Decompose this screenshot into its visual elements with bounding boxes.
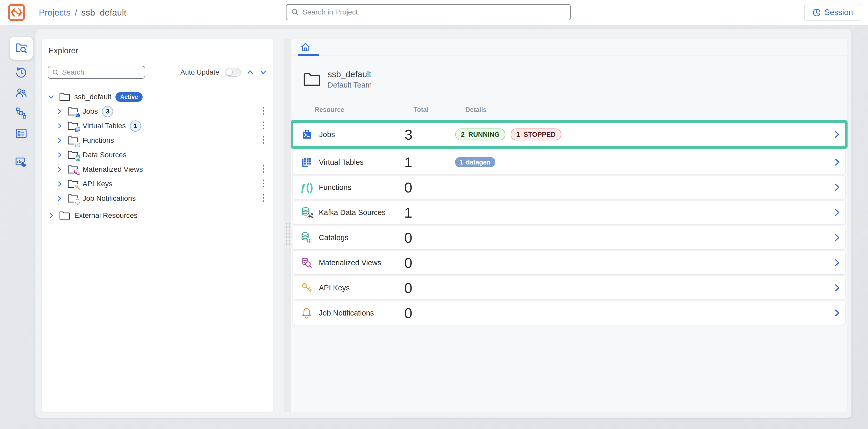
search-icon: [291, 8, 299, 16]
rail-item-forms[interactable]: [10, 123, 33, 144]
tree-item-data-sources[interactable]: Data Sources: [42, 148, 273, 162]
auto-update-toggle[interactable]: [225, 68, 241, 77]
tree-item-ssb-default[interactable]: ssb_defaultActive: [42, 90, 273, 104]
tree-item-external-resources[interactable]: External Resources: [42, 208, 273, 223]
explorer-search-bar[interactable]: [48, 66, 145, 79]
splitter-drag-handle[interactable]: [284, 222, 291, 245]
rail-item-history[interactable]: [10, 63, 33, 83]
resource-label: Jobs: [319, 130, 335, 139]
resource-total: 1: [404, 154, 455, 171]
chevron-down-icon[interactable]: [48, 93, 58, 100]
resource-total: 0: [404, 254, 455, 271]
project-team: Default Team: [328, 81, 372, 89]
chevron-right-icon[interactable]: [833, 208, 841, 217]
forms-icon: [15, 127, 27, 140]
resource-label: API Keys: [319, 284, 350, 292]
running-badge: 2RUNNING: [455, 128, 505, 140]
badge-label: STOPPED: [524, 131, 556, 139]
resource-total: 0: [404, 229, 455, 246]
tree-item-materialized-views[interactable]: Materialized Views: [42, 162, 273, 177]
collapse-all-button[interactable]: [247, 69, 254, 76]
badge-label: RUNNING: [468, 131, 499, 139]
resource-details: 1datagen: [455, 157, 822, 167]
tab-home[interactable]: [294, 39, 317, 55]
tree-item-virtual-tables[interactable]: Virtual Tables1: [42, 119, 273, 133]
resource-row-jobs[interactable]: Jobs32RUNNING1STOPPED: [293, 123, 845, 146]
project-name: ssb_default: [328, 69, 372, 79]
kebab-menu-icon[interactable]: [259, 163, 267, 176]
auto-update-label: Auto Update: [180, 68, 219, 77]
chevron-right-icon[interactable]: [833, 309, 841, 317]
chevron-right-icon[interactable]: [56, 151, 66, 158]
tree-item-api-keys[interactable]: API Keys: [42, 177, 273, 191]
kebab-menu-icon[interactable]: [259, 178, 267, 190]
chevron-right-icon[interactable]: [833, 158, 841, 166]
badge-label: datagen: [466, 159, 491, 166]
resource-total: 1: [404, 204, 455, 221]
resource-label: Functions: [319, 183, 351, 192]
resource-row-api-keys[interactable]: API Keys0: [293, 276, 845, 299]
explorer-search-input[interactable]: [62, 68, 154, 77]
rail-item-explorer[interactable]: [10, 37, 33, 60]
data-sources-folder-icon: [67, 150, 79, 159]
count-badge: 3: [102, 106, 113, 117]
main-panel: ssb_default Default Team Resource Total …: [291, 39, 847, 412]
api-keys-folder-icon: [67, 179, 79, 188]
kebab-menu-icon[interactable]: [259, 105, 267, 118]
resource-row-materialized-views[interactable]: Materialized Views0: [293, 251, 845, 274]
functions-icon: ƒ(): [301, 181, 313, 193]
virtual-tables-folder-icon: [67, 121, 79, 130]
breadcrumb-projects-link[interactable]: Projects: [39, 7, 71, 18]
session-label: Session: [825, 8, 853, 17]
chevron-right-icon[interactable]: [56, 195, 66, 202]
chevron-right-icon[interactable]: [833, 233, 841, 242]
panel-splitter[interactable]: [284, 39, 291, 412]
tree-item-label: Data Sources: [83, 151, 127, 159]
project-search-bar[interactable]: [286, 4, 571, 20]
count-badge: 1: [130, 120, 141, 132]
kebab-menu-icon[interactable]: [259, 134, 267, 147]
resource-total: 0: [404, 179, 455, 196]
resource-list: Jobs32RUNNING1STOPPEDVirtual Tables11dat…: [293, 120, 845, 324]
virtual-tables-icon: [301, 156, 313, 168]
tab-bar: [291, 39, 847, 55]
resource-row-job-notifications[interactable]: Job Notifications0: [293, 301, 845, 324]
kebab-menu-icon[interactable]: [259, 192, 267, 205]
resource-row-catalogs[interactable]: Catalogs0: [293, 226, 845, 249]
flow-icon: [15, 107, 27, 119]
users-icon: [15, 87, 27, 99]
resource-row-functions[interactable]: ƒ()Functions0: [293, 176, 845, 199]
session-button[interactable]: Session: [804, 4, 861, 21]
tree-item-label: ssb_default: [74, 93, 111, 101]
badge-count: 1: [516, 131, 520, 139]
chevron-right-icon[interactable]: [56, 180, 66, 187]
expand-all-button[interactable]: [259, 69, 267, 76]
breadcrumb-separator: /: [75, 7, 77, 18]
tree-item-job-notifications[interactable]: Job Notifications: [42, 191, 273, 206]
active-tab-indicator: [298, 54, 319, 56]
rail-item-flow[interactable]: [10, 103, 33, 123]
tree-item-label: Functions: [83, 136, 114, 145]
rail-item-monitoring[interactable]: [10, 152, 33, 173]
rail-item-users[interactable]: [10, 83, 33, 103]
home-icon: [300, 42, 311, 53]
tree-item-label: External Resources: [74, 211, 137, 220]
column-details: Details: [465, 106, 847, 113]
chevron-right-icon[interactable]: [833, 284, 841, 292]
resource-row-kafka-data-sources[interactable]: Kafka Data Sources1: [293, 201, 845, 224]
tree-item-jobs[interactable]: Jobs3: [42, 104, 273, 119]
chevron-right-icon[interactable]: [56, 108, 66, 115]
chevron-right-icon[interactable]: [48, 212, 58, 219]
project-search-input[interactable]: [303, 8, 565, 16]
chevron-right-icon[interactable]: [56, 137, 66, 144]
chevron-right-icon[interactable]: [833, 130, 841, 139]
kebab-menu-icon[interactable]: [259, 120, 267, 132]
app-logo-icon[interactable]: [8, 4, 25, 21]
chevron-right-icon[interactable]: [56, 122, 66, 129]
chevron-right-icon[interactable]: [833, 183, 841, 192]
chevron-right-icon[interactable]: [56, 166, 66, 173]
resource-row-virtual-tables[interactable]: Virtual Tables11datagen: [293, 150, 845, 174]
resource-label: Virtual Tables: [319, 158, 364, 167]
tree-item-functions[interactable]: ƒ()Functions: [42, 133, 273, 148]
chevron-right-icon[interactable]: [833, 259, 841, 267]
